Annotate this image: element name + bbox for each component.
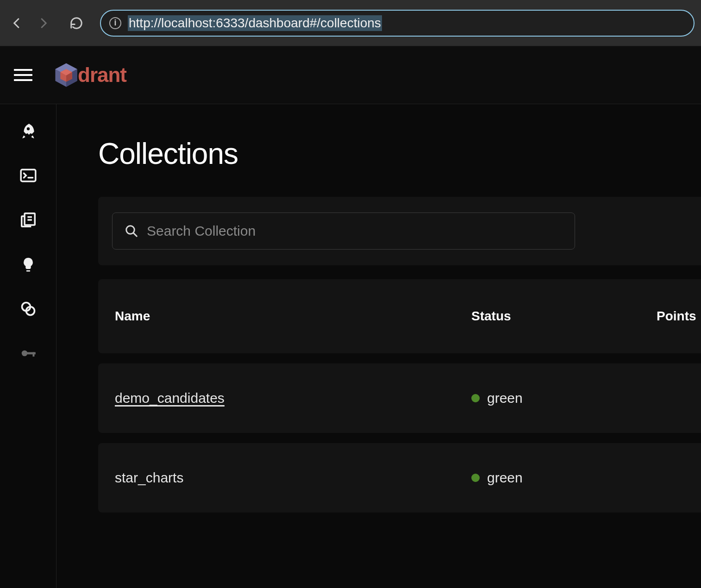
sidebar-item-bulb[interactable] bbox=[18, 254, 38, 275]
table-row[interactable]: star_charts green bbox=[98, 443, 701, 513]
menu-toggle[interactable] bbox=[14, 66, 32, 84]
search-panel bbox=[98, 197, 701, 265]
status-dot-icon bbox=[471, 474, 480, 482]
forward-button[interactable] bbox=[32, 13, 54, 34]
table-header: Name Status Points bbox=[98, 279, 701, 353]
collection-name[interactable]: star_charts bbox=[115, 470, 183, 485]
svg-rect-6 bbox=[21, 169, 36, 181]
svg-rect-12 bbox=[32, 352, 34, 357]
qdrant-logo-icon bbox=[53, 62, 80, 88]
brand-logo[interactable]: drant bbox=[53, 62, 126, 88]
url-text: http://localhost:6333/dashboard#/collect… bbox=[128, 15, 382, 31]
search-input[interactable] bbox=[147, 223, 563, 239]
sidebar-item-rocket[interactable] bbox=[18, 121, 38, 141]
sidebar-item-console[interactable] bbox=[18, 165, 38, 186]
site-info-icon[interactable]: i bbox=[109, 17, 121, 29]
table-row[interactable]: demo_candidates green bbox=[98, 363, 701, 433]
status-dot-icon bbox=[471, 394, 480, 402]
page-title: Collections bbox=[98, 137, 701, 171]
sidebar-item-documents[interactable] bbox=[18, 210, 38, 230]
main-content: Collections Name Status Points demo_cand… bbox=[56, 104, 701, 588]
address-bar[interactable]: i http://localhost:6333/dashboard#/colle… bbox=[100, 10, 695, 37]
app-header: drant bbox=[0, 46, 701, 104]
reload-button[interactable] bbox=[66, 13, 87, 34]
status-text: green bbox=[487, 390, 523, 406]
sidebar-item-key[interactable] bbox=[18, 343, 38, 363]
search-icon bbox=[125, 224, 138, 238]
col-name: Name bbox=[115, 309, 471, 324]
status-text: green bbox=[487, 470, 523, 486]
sidebar-item-datasets[interactable] bbox=[18, 299, 38, 319]
col-status: Status bbox=[471, 309, 657, 324]
back-button[interactable] bbox=[6, 13, 28, 34]
collection-link[interactable]: demo_candidates bbox=[115, 390, 225, 406]
collections-table: Name Status Points demo_candidates green… bbox=[98, 279, 701, 513]
svg-point-10 bbox=[21, 350, 27, 357]
brand-name: drant bbox=[78, 63, 126, 87]
browser-toolbar: i http://localhost:6333/dashboard#/colle… bbox=[0, 0, 701, 46]
search-box[interactable] bbox=[112, 213, 575, 250]
col-points: Points bbox=[657, 309, 696, 324]
sidebar bbox=[0, 104, 56, 588]
